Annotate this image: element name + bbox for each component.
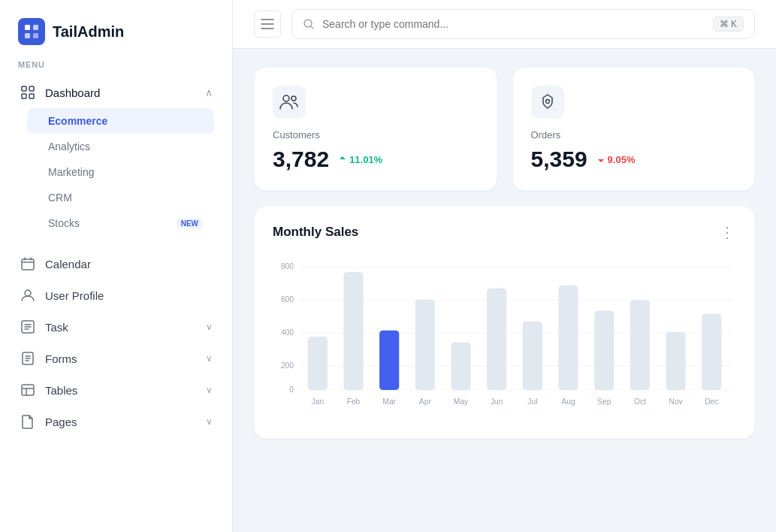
customers-value-row: 3,782 11.01%	[273, 147, 479, 172]
orders-label: Orders	[531, 129, 737, 141]
customers-card: Customers 3,782 11.01%	[254, 67, 497, 191]
svg-rect-0	[25, 25, 30, 30]
svg-rect-27	[308, 337, 328, 390]
chart-options-button[interactable]: ⋮	[720, 225, 736, 240]
svg-rect-12	[22, 385, 34, 395]
svg-text:800: 800	[281, 262, 294, 271]
pages-icon	[20, 413, 36, 430]
stats-cards-row: Customers 3,782 11.01% Orders	[254, 67, 755, 191]
svg-text:Feb: Feb	[347, 397, 361, 406]
svg-rect-41	[558, 286, 578, 390]
logo-icon	[18, 18, 45, 45]
svg-text:200: 200	[281, 361, 294, 370]
stocks-label: Stocks	[48, 217, 80, 229]
customers-icon	[279, 94, 299, 110]
tables-label: Tables	[45, 384, 77, 397]
svg-text:Sep: Sep	[597, 397, 611, 406]
task-label: Task	[45, 321, 68, 334]
nav-item-task[interactable]: Task ∨	[9, 311, 223, 343]
svg-rect-6	[22, 94, 26, 98]
user-profile-label: User Profile	[45, 289, 104, 302]
main-content: Customers 3,782 11.01% Orders	[233, 49, 776, 532]
app-name: TailAdmin	[53, 23, 124, 41]
nav-item-tables[interactable]: Tables ∨	[9, 374, 223, 406]
monthly-sales-card: Monthly Sales ⋮ 800 600 400 200 0	[254, 206, 755, 439]
sidebar-item-ecommerce[interactable]: Ecommerce	[27, 108, 214, 134]
svg-point-14	[283, 95, 289, 101]
dashboard-icon	[20, 84, 36, 101]
svg-text:Jun: Jun	[491, 397, 503, 406]
orders-icon	[539, 93, 557, 111]
svg-rect-37	[487, 289, 506, 391]
marketing-label: Marketing	[48, 166, 94, 178]
forms-chevron: ∨	[206, 353, 213, 364]
nav-section-dashboard: Dashboard ∧ Ecommerce Analytics Marketin…	[0, 77, 232, 236]
trend-up-arrow	[338, 155, 347, 164]
sidebar-item-analytics[interactable]: Analytics	[27, 134, 214, 159]
tables-icon	[20, 382, 36, 398]
trend-down-arrow	[596, 155, 605, 164]
svg-text:0: 0	[289, 385, 294, 394]
sidebar-item-crm[interactable]: CRM	[27, 185, 214, 210]
svg-text:Dec: Dec	[705, 397, 718, 406]
svg-rect-39	[523, 321, 542, 390]
svg-text:May: May	[454, 397, 469, 406]
svg-text:Nov: Nov	[669, 397, 683, 406]
svg-rect-5	[29, 86, 34, 91]
svg-rect-7	[29, 94, 34, 98]
orders-card: Orders 5,359 9.05%	[512, 67, 756, 191]
search-bar: ⌘ K	[291, 9, 755, 39]
svg-rect-3	[33, 33, 38, 38]
menu-toggle-button[interactable]	[254, 11, 281, 38]
forms-icon	[20, 350, 36, 367]
kbd-shortcut: ⌘ K	[713, 17, 744, 32]
customers-value: 3,782	[273, 147, 329, 172]
crm-label: CRM	[48, 192, 72, 204]
orders-value-row: 5,359 9.05%	[531, 147, 737, 172]
ecommerce-label: Ecommerce	[48, 115, 107, 127]
dashboard-chevron: ∧	[205, 86, 213, 98]
orders-trend: 9.05%	[596, 154, 636, 165]
nav-item-forms[interactable]: Forms ∨	[9, 343, 223, 374]
pages-chevron: ∨	[206, 416, 213, 427]
svg-rect-29	[343, 272, 363, 390]
svg-text:Jan: Jan	[312, 397, 325, 406]
svg-rect-1	[33, 25, 38, 30]
nav-section-main: Calendar User Profile Task ∨	[0, 248, 232, 437]
nav-item-dashboard[interactable]: Dashboard ∧	[9, 77, 223, 108]
svg-rect-33	[415, 300, 435, 391]
dashboard-label: Dashboard	[45, 86, 100, 99]
svg-rect-4	[22, 86, 26, 91]
svg-rect-49	[702, 313, 721, 390]
task-chevron: ∨	[206, 322, 213, 332]
svg-text:Mar: Mar	[382, 397, 396, 406]
analytics-label: Analytics	[48, 141, 90, 153]
svg-text:Aug: Aug	[561, 397, 575, 406]
menu-label: MENU	[0, 60, 232, 77]
sidebar: TailAdmin MENU Dashboard ∧ Ecommerce Ana…	[0, 0, 233, 532]
svg-text:Jul: Jul	[527, 397, 537, 406]
main-area: ⌘ K Customers 3,782	[233, 0, 776, 532]
svg-rect-43	[594, 310, 614, 390]
customers-icon-wrap	[273, 86, 306, 119]
svg-point-16	[545, 100, 549, 104]
svg-rect-45	[630, 300, 650, 390]
sidebar-item-stocks[interactable]: Stocks NEW	[27, 210, 214, 236]
svg-text:600: 600	[281, 295, 294, 304]
svg-point-9	[25, 290, 31, 296]
nav-item-user-profile[interactable]: User Profile	[9, 280, 223, 311]
search-input[interactable]	[322, 18, 705, 30]
orders-value: 5,359	[531, 147, 587, 172]
svg-rect-31	[379, 331, 399, 390]
nav-item-calendar[interactable]: Calendar	[9, 248, 223, 280]
nav-item-pages[interactable]: Pages ∨	[9, 406, 223, 437]
sidebar-item-marketing[interactable]: Marketing	[27, 159, 214, 185]
svg-rect-2	[25, 33, 30, 38]
svg-rect-35	[451, 343, 470, 391]
svg-text:400: 400	[281, 328, 294, 337]
customers-label: Customers	[273, 129, 479, 141]
svg-rect-8	[22, 259, 34, 270]
stocks-badge: NEW	[176, 218, 204, 229]
task-icon	[20, 319, 36, 335]
calendar-icon	[20, 255, 36, 272]
